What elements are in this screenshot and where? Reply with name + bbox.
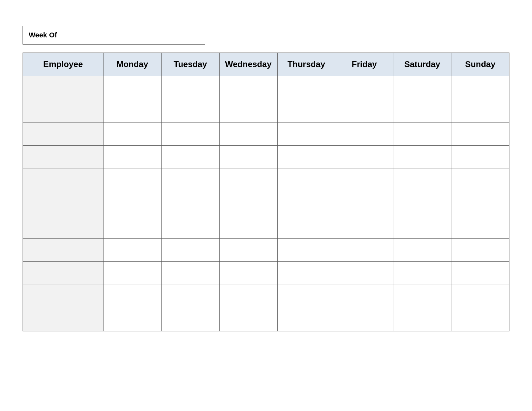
- week-of-input[interactable]: [63, 26, 205, 44]
- schedule-cell[interactable]: [219, 308, 277, 331]
- schedule-cell[interactable]: [103, 99, 162, 122]
- schedule-cell[interactable]: [277, 169, 335, 192]
- schedule-cell[interactable]: [161, 169, 219, 192]
- employee-cell[interactable]: [23, 122, 103, 146]
- schedule-cell[interactable]: [451, 146, 509, 169]
- schedule-cell[interactable]: [277, 285, 335, 308]
- schedule-cell[interactable]: [451, 239, 509, 262]
- schedule-cell[interactable]: [451, 169, 509, 192]
- schedule-cell[interactable]: [393, 76, 451, 99]
- employee-cell[interactable]: [23, 308, 103, 331]
- table-row: [23, 146, 509, 169]
- schedule-cell[interactable]: [393, 122, 451, 146]
- schedule-cell[interactable]: [103, 215, 162, 239]
- schedule-cell[interactable]: [451, 192, 509, 215]
- schedule-cell[interactable]: [219, 99, 277, 122]
- schedule-cell[interactable]: [335, 146, 393, 169]
- schedule-cell[interactable]: [103, 122, 162, 146]
- schedule-cell[interactable]: [219, 76, 277, 99]
- schedule-cell[interactable]: [393, 146, 451, 169]
- schedule-cell[interactable]: [393, 169, 451, 192]
- schedule-cell[interactable]: [451, 215, 509, 239]
- schedule-cell[interactable]: [103, 262, 162, 285]
- schedule-cell[interactable]: [219, 215, 277, 239]
- page: Week Of Employee Monday Tuesday Wednesda…: [0, 0, 532, 331]
- employee-cell[interactable]: [23, 215, 103, 239]
- employee-cell[interactable]: [23, 99, 103, 122]
- schedule-cell[interactable]: [335, 192, 393, 215]
- schedule-cell[interactable]: [277, 99, 335, 122]
- table-row: [23, 169, 509, 192]
- employee-cell[interactable]: [23, 262, 103, 285]
- schedule-cell[interactable]: [161, 308, 219, 331]
- schedule-cell[interactable]: [335, 308, 393, 331]
- schedule-cell[interactable]: [161, 122, 219, 146]
- employee-cell[interactable]: [23, 285, 103, 308]
- schedule-cell[interactable]: [103, 169, 162, 192]
- schedule-cell[interactable]: [103, 285, 162, 308]
- schedule-cell[interactable]: [451, 262, 509, 285]
- schedule-cell[interactable]: [103, 192, 162, 215]
- schedule-cell[interactable]: [219, 146, 277, 169]
- table-body: [23, 76, 509, 331]
- schedule-cell[interactable]: [219, 239, 277, 262]
- schedule-cell[interactable]: [393, 308, 451, 331]
- schedule-cell[interactable]: [393, 192, 451, 215]
- schedule-cell[interactable]: [277, 192, 335, 215]
- schedule-cell[interactable]: [161, 76, 219, 99]
- schedule-cell[interactable]: [451, 285, 509, 308]
- schedule-cell[interactable]: [393, 262, 451, 285]
- employee-cell[interactable]: [23, 192, 103, 215]
- schedule-cell[interactable]: [393, 215, 451, 239]
- schedule-cell[interactable]: [451, 122, 509, 146]
- schedule-cell[interactable]: [103, 239, 162, 262]
- schedule-cell[interactable]: [335, 262, 393, 285]
- schedule-cell[interactable]: [277, 122, 335, 146]
- schedule-cell[interactable]: [393, 99, 451, 122]
- schedule-cell[interactable]: [161, 285, 219, 308]
- schedule-cell[interactable]: [277, 146, 335, 169]
- schedule-cell[interactable]: [277, 262, 335, 285]
- employee-cell[interactable]: [23, 169, 103, 192]
- employee-cell[interactable]: [23, 239, 103, 262]
- schedule-cell[interactable]: [161, 192, 219, 215]
- schedule-cell[interactable]: [277, 76, 335, 99]
- table-row: [23, 308, 509, 331]
- schedule-cell[interactable]: [161, 262, 219, 285]
- schedule-cell[interactable]: [335, 169, 393, 192]
- schedule-table: Employee Monday Tuesday Wednesday Thursd…: [23, 53, 509, 331]
- schedule-cell[interactable]: [161, 239, 219, 262]
- header-saturday: Saturday: [393, 53, 451, 76]
- schedule-cell[interactable]: [335, 122, 393, 146]
- schedule-cell[interactable]: [161, 99, 219, 122]
- schedule-cell[interactable]: [219, 262, 277, 285]
- schedule-cell[interactable]: [335, 76, 393, 99]
- schedule-cell[interactable]: [103, 76, 162, 99]
- schedule-cell[interactable]: [451, 76, 509, 99]
- schedule-cell[interactable]: [277, 215, 335, 239]
- schedule-cell[interactable]: [335, 215, 393, 239]
- schedule-cell[interactable]: [161, 146, 219, 169]
- schedule-cell[interactable]: [277, 239, 335, 262]
- schedule-cell[interactable]: [451, 99, 509, 122]
- schedule-cell[interactable]: [161, 215, 219, 239]
- schedule-cell[interactable]: [103, 146, 162, 169]
- schedule-cell[interactable]: [219, 285, 277, 308]
- schedule-cell[interactable]: [451, 308, 509, 331]
- schedule-cell[interactable]: [103, 308, 162, 331]
- schedule-cell[interactable]: [393, 285, 451, 308]
- employee-cell[interactable]: [23, 146, 103, 169]
- schedule-cell[interactable]: [335, 99, 393, 122]
- table-row: [23, 215, 509, 239]
- schedule-cell[interactable]: [219, 192, 277, 215]
- schedule-cell[interactable]: [335, 239, 393, 262]
- employee-cell[interactable]: [23, 76, 103, 99]
- header-sunday: Sunday: [451, 53, 509, 76]
- week-of-label: Week Of: [23, 26, 63, 44]
- schedule-cell[interactable]: [219, 169, 277, 192]
- schedule-cell[interactable]: [393, 239, 451, 262]
- schedule-cell[interactable]: [219, 122, 277, 146]
- schedule-cell[interactable]: [277, 308, 335, 331]
- table-row: [23, 122, 509, 146]
- schedule-cell[interactable]: [335, 285, 393, 308]
